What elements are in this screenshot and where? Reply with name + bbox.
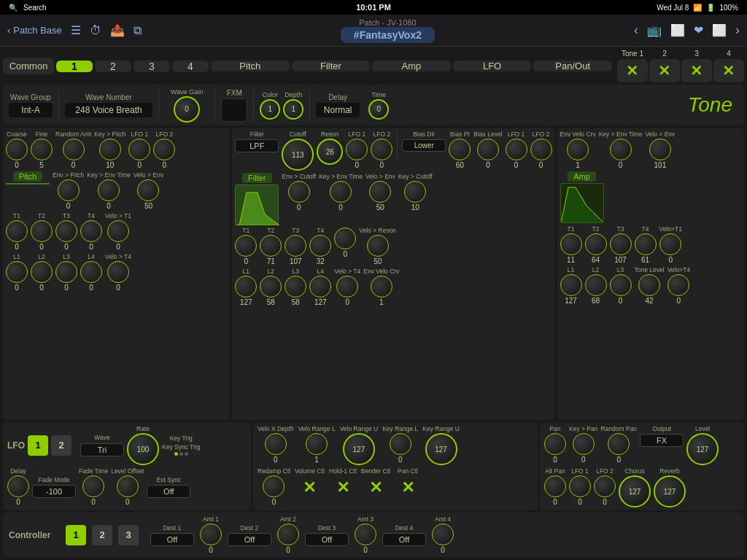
bias-dir-value[interactable]: Lower — [402, 139, 446, 152]
patch-name[interactable]: #FantasyVox2 — [341, 27, 435, 43]
tone-4-btn[interactable]: ✕ — [713, 59, 744, 82]
filter-lfo1-knob[interactable] — [346, 139, 368, 160]
pitch-velo-t1-knob[interactable] — [107, 220, 129, 242]
amp-t2-knob[interactable] — [585, 233, 607, 255]
velo-env-knob[interactable] — [137, 179, 159, 201]
filter-key-env-time-knob[interactable] — [330, 181, 352, 203]
amp-t3-knob[interactable] — [610, 233, 632, 255]
hold1-ctl-btn[interactable]: ✕ — [330, 475, 356, 501]
amp-l2-knob[interactable] — [585, 274, 607, 296]
ctrl-btn-3[interactable]: 3 — [118, 525, 139, 545]
velo-range-l-knob[interactable] — [306, 433, 328, 455]
pitch-l3-knob[interactable] — [55, 261, 77, 283]
key-env-time-knob[interactable] — [98, 179, 120, 201]
amp-l1-knob[interactable] — [560, 274, 582, 296]
filter-l1-knob[interactable] — [235, 276, 257, 298]
filter-type-value[interactable]: LPF — [235, 139, 279, 152]
tab-lfo[interactable]: LFO — [453, 61, 532, 71]
env-pitch-knob[interactable] — [58, 179, 80, 201]
filter-t3-knob[interactable] — [285, 235, 306, 257]
amt4-knob[interactable] — [432, 524, 454, 545]
chorus-knob[interactable]: 127 — [619, 475, 651, 508]
bias-pt-knob[interactable] — [449, 139, 471, 160]
amp-velo-env-knob[interactable] — [649, 139, 671, 160]
amp-velo-t1-knob[interactable] — [659, 233, 681, 255]
amp-velo-t4-knob[interactable] — [667, 274, 689, 296]
tab-2[interactable]: 2 — [95, 61, 131, 72]
filter-velo-env-knob[interactable] — [369, 181, 391, 203]
env-cutoff-knob[interactable] — [288, 181, 310, 203]
filter-bias-lfo1-knob[interactable] — [506, 139, 527, 160]
key-range-l-knob[interactable] — [390, 433, 411, 455]
dest3-value[interactable]: Off — [305, 533, 349, 546]
filter-t4-knob[interactable] — [309, 235, 331, 257]
coarse-knob[interactable] — [6, 139, 28, 160]
ctrl-btn-1[interactable]: 1 — [66, 525, 86, 545]
alt-pan-knob[interactable] — [544, 475, 566, 497]
tab-1[interactable]: 1 — [56, 61, 93, 72]
pitch-lfo1-knob[interactable] — [128, 139, 150, 160]
tab-filter[interactable]: Filter — [292, 61, 371, 71]
pan-knob[interactable] — [544, 433, 566, 455]
wave-group-value[interactable]: Int-A — [9, 103, 53, 117]
lfo-btn-1[interactable]: 1 — [28, 435, 48, 456]
nav-icon-share[interactable]: ⬜ — [670, 23, 685, 37]
tone-2-btn[interactable]: ✕ — [649, 59, 680, 82]
tab-panout[interactable]: Pan/Out — [533, 61, 612, 71]
pitch-t1-knob[interactable] — [6, 220, 28, 242]
amt1-knob[interactable] — [200, 524, 222, 545]
wave-number-value[interactable]: 248 Voice Breath — [65, 103, 152, 117]
dest1-value[interactable]: Off — [150, 533, 194, 546]
wave-gain-knob[interactable]: 0 — [174, 96, 200, 122]
dest2-value[interactable]: Off — [228, 533, 271, 546]
nav-icon-right[interactable]: › — [735, 23, 740, 38]
tone-3-btn[interactable]: ✕ — [681, 59, 712, 82]
filter-bias-lfo2-knob[interactable] — [530, 139, 552, 160]
random-pan-knob[interactable] — [608, 433, 630, 455]
pitch-lfo2-knob[interactable] — [153, 139, 175, 160]
amt3-knob[interactable] — [355, 524, 376, 545]
lfo-fade-mode-value[interactable]: -100 — [32, 485, 76, 498]
lfo-ext-sync-value[interactable]: Off — [147, 485, 190, 498]
tone-1-btn[interactable]: ✕ — [617, 59, 648, 82]
pitch-l1-knob[interactable] — [6, 261, 28, 283]
key-range-u-knob[interactable]: 127 — [425, 433, 457, 465]
pitch-t2-knob[interactable] — [31, 220, 53, 242]
key-pitch-knob[interactable] — [99, 139, 121, 160]
velo-range-u-knob[interactable]: 127 — [343, 433, 375, 465]
nav-icon-screen[interactable]: 📺 — [647, 23, 662, 37]
fxm-display[interactable] — [221, 98, 247, 122]
lfo-rate-knob[interactable]: 100 — [127, 433, 159, 465]
nav-icon-upload[interactable]: 📤 — [110, 23, 125, 37]
dest4-value[interactable]: Off — [382, 533, 426, 546]
pan-lfo1-knob[interactable] — [569, 475, 591, 497]
filter-env-velo-crv-knob[interactable] — [371, 276, 392, 298]
bender-ctl-btn[interactable]: ✕ — [363, 475, 389, 501]
delay-value[interactable]: Normal — [316, 103, 360, 117]
time-knob[interactable]: 0 — [368, 99, 389, 120]
tab-amp[interactable]: Amp — [372, 61, 451, 71]
volume-ctl-btn[interactable]: ✕ — [296, 475, 322, 501]
redamp-ctl-knob[interactable] — [263, 475, 285, 497]
key-pan-knob[interactable] — [573, 433, 595, 455]
amp-tone-level-knob[interactable] — [638, 274, 660, 296]
filter-velo-t1-knob[interactable] — [334, 228, 356, 249]
pitch-t3-knob[interactable] — [55, 220, 77, 242]
filter-key-cutoff-knob[interactable] — [404, 181, 426, 203]
pitch-l4-knob[interactable] — [80, 261, 102, 283]
output-value[interactable]: FX — [640, 434, 684, 447]
filter-l4-knob[interactable] — [309, 276, 331, 298]
nav-icon-bookmark[interactable]: ⬜ — [712, 23, 727, 37]
amp-t4-knob[interactable] — [635, 233, 657, 255]
depth-knob[interactable]: 1 — [283, 99, 303, 120]
nav-icon-heart[interactable]: ❤ — [694, 23, 703, 37]
color-knob[interactable]: 1 — [260, 99, 280, 120]
random-amt-knob[interactable] — [63, 139, 85, 160]
filter-t2-knob[interactable] — [260, 235, 282, 257]
filter-l2-knob[interactable] — [260, 276, 282, 298]
lfo-wave-value[interactable]: Tri — [80, 443, 124, 456]
filter-velo-t4-knob[interactable] — [336, 276, 358, 298]
bias-level-knob[interactable] — [477, 139, 499, 160]
filter-t1-knob[interactable] — [235, 235, 257, 257]
lfo-level-offset-knob[interactable] — [117, 475, 139, 497]
